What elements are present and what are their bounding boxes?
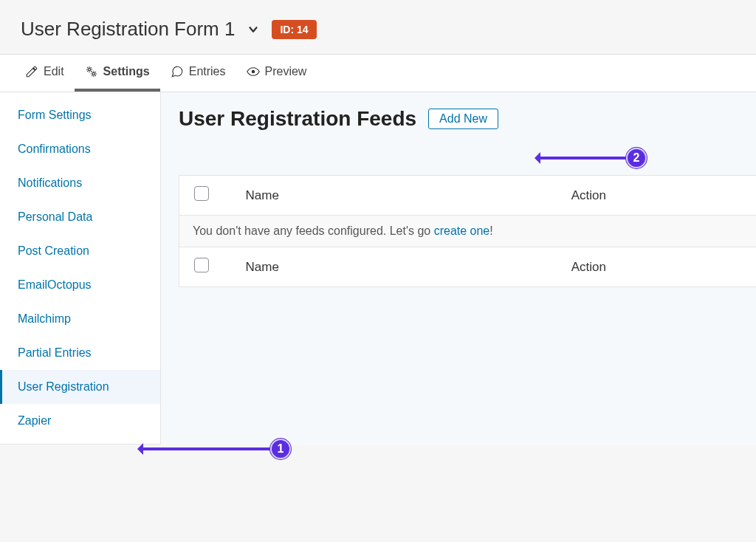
feeds-table: Name Action You don't have any feeds con… [179,175,756,287]
create-one-link[interactable]: create one [434,224,490,237]
sidebar-item-confirmations[interactable]: Confirmations [0,132,160,166]
tab-edit[interactable]: Edit [0,55,75,92]
sidebar-item-form-settings[interactable]: Form Settings [0,98,160,132]
content-panel: User Registration Feeds Add New Name Act… [161,92,756,445]
settings-sidebar: Form Settings Confirmations Notification… [0,92,161,445]
tab-label: Entries [189,65,226,78]
col-name-footer: Name [224,247,558,287]
col-action-footer: Action [558,247,756,287]
page-title: User Registration Form 1 [21,18,235,41]
tab-label: Edit [44,65,64,78]
select-all-header [179,176,224,216]
form-id-badge: ID: 14 [272,20,316,39]
sidebar-item-partial-entries[interactable]: Partial Entries [0,336,160,370]
annotation-1-badge: 1 [270,439,291,459]
svg-point-2 [251,70,255,74]
select-all-checkbox[interactable] [194,186,209,201]
empty-text-suffix: ! [489,224,492,237]
chevron-down-icon[interactable] [247,23,260,36]
svg-point-1 [92,72,94,75]
empty-text-prefix: You don't have any feeds configured. Let… [193,224,434,237]
tab-preview[interactable]: Preview [236,55,317,92]
empty-state-row: You don't have any feeds configured. Let… [179,216,757,247]
sidebar-item-post-creation[interactable]: Post Creation [0,234,160,268]
edit-icon [25,65,38,78]
tab-label: Preview [265,65,307,78]
sidebar-item-zapier[interactable]: Zapier [0,404,160,438]
speech-bubble-icon [171,65,184,78]
sidebar-item-personal-data[interactable]: Personal Data [0,200,160,234]
eye-icon [247,65,260,78]
tab-settings[interactable]: Settings [75,55,160,92]
tab-entries[interactable]: Entries [160,55,236,92]
sidebar-item-user-registration[interactable]: User Registration [0,370,160,404]
tabbar-wrap: Edit Settings Entries Preview [0,54,756,92]
col-action: Action [558,176,756,216]
annotation-2-badge: 2 [626,148,647,168]
annotation-2: 2 [536,148,647,168]
col-name: Name [224,176,558,216]
content-title: User Registration Feeds [179,107,416,131]
gear-icon [85,65,98,78]
table-header-row: Name Action [179,176,757,216]
form-header: User Registration Form 1 ID: 14 [0,0,756,54]
tabbar: Edit Settings Entries Preview [0,55,756,92]
annotation-1: 1 [139,439,291,459]
select-all-checkbox-footer[interactable] [194,258,209,272]
content-title-row: User Registration Feeds Add New [179,107,756,131]
table-footer-row: Name Action [179,247,757,287]
main-area: Form Settings Confirmations Notification… [0,92,756,445]
add-new-button[interactable]: Add New [428,109,498,129]
tab-label: Settings [103,65,150,78]
sidebar-item-mailchimp[interactable]: Mailchimp [0,302,160,336]
svg-point-0 [88,68,90,70]
sidebar-item-notifications[interactable]: Notifications [0,166,160,200]
sidebar-item-emailoctopus[interactable]: EmailOctopus [0,268,160,302]
